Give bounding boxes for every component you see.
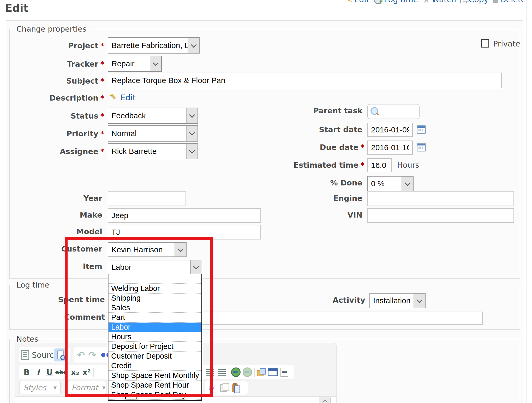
italic-button[interactable]: I	[32, 366, 44, 379]
superscript-button[interactable]: x²	[81, 366, 92, 379]
assignee-select-value: Rick Barrette	[108, 147, 186, 156]
log-time-action[interactable]: Log time	[374, 0, 418, 4]
percent-done-select[interactable]: 0 %	[367, 176, 414, 191]
horizontal-rule-button[interactable]	[279, 366, 290, 379]
tracker-select[interactable]: Repair	[108, 56, 162, 72]
item-option[interactable]: Shipping	[109, 294, 201, 303]
cut-button[interactable]: ✂	[206, 382, 218, 395]
justify-block-button[interactable]	[216, 366, 228, 379]
redo-button[interactable]: ↷	[87, 348, 98, 361]
image-button[interactable]	[256, 366, 267, 379]
undo-button[interactable]: ↶	[75, 348, 87, 361]
image-icon	[257, 368, 266, 376]
chevron-down-icon: ▾	[53, 384, 57, 391]
item-option[interactable]: Credit	[109, 361, 201, 371]
tracker-select-value: Repair	[108, 59, 150, 68]
chevron-down-icon	[150, 56, 161, 71]
cut-icon: ✂	[209, 383, 216, 393]
preview-button[interactable]	[54, 348, 67, 361]
chevron-down-icon	[402, 177, 413, 191]
issue-edit-page: ✎ Edit Log time ★ Watch Copy Delete Edit…	[0, 0, 532, 403]
engine-input[interactable]	[367, 191, 514, 206]
unlink-button[interactable]	[242, 366, 253, 379]
justify-icon	[206, 369, 214, 376]
notes-legend: Notes	[14, 335, 41, 343]
year-label: Year	[0, 194, 104, 203]
engine-label: Engine	[274, 194, 364, 203]
item-option[interactable]: Shop Space Rent Hour	[109, 381, 201, 390]
justify-block-icon	[218, 369, 226, 376]
format-dropdown[interactable]: Format ▾	[67, 381, 106, 394]
chevron-down-icon	[186, 108, 198, 123]
underline-button[interactable]: U	[44, 366, 55, 379]
priority-select[interactable]: Normal	[108, 125, 198, 142]
private-checkbox[interactable]	[481, 39, 489, 48]
project-select[interactable]: Barrette Fabrication, LLC	[108, 37, 200, 54]
model-input[interactable]	[108, 225, 261, 240]
undo-redo-group: ↶ ↷	[74, 347, 113, 363]
item-option[interactable]: Deposit for Project	[109, 342, 201, 352]
subject-input[interactable]	[108, 73, 502, 88]
item-dropdown-list: Welding Labor Shipping Sales Part Labor …	[108, 274, 202, 401]
scrollbar-edge	[526, 0, 527, 403]
strikethrough-button[interactable]: abc	[55, 366, 67, 379]
edit-action[interactable]: ✎ Edit	[346, 0, 369, 4]
bold-button[interactable]: B	[21, 366, 32, 379]
activity-label: Activity	[287, 296, 365, 305]
item-option[interactable]: Shop Space Rent Monthly	[109, 371, 201, 381]
toolbar-separator	[68, 368, 68, 377]
copy-button[interactable]	[218, 382, 229, 395]
justify-button[interactable]	[205, 366, 216, 379]
contextual-actions: ✎ Edit Log time ★ Watch Copy Delete	[346, 0, 526, 5]
clipboard-group: ✂	[205, 381, 248, 395]
superscript-icon: x²	[82, 368, 91, 377]
copy-icon	[460, 0, 467, 3]
due-date-label: Due date*	[274, 143, 364, 152]
year-input[interactable]	[108, 191, 186, 206]
item-option[interactable]: Welding Labor	[109, 284, 201, 294]
calendar-icon[interactable]	[417, 125, 426, 134]
link-button[interactable]	[230, 366, 242, 379]
copy-icon	[220, 384, 227, 392]
private-label: Private	[493, 39, 521, 48]
assignee-select[interactable]: Rick Barrette	[108, 143, 198, 159]
copy-action[interactable]: Copy	[460, 0, 488, 4]
percent-done-select-value: 0 %	[368, 179, 402, 188]
estimated-time-label: Estimated time*	[274, 161, 364, 170]
styles-dropdown[interactable]: Styles ▾	[19, 381, 61, 394]
item-option[interactable]: Hours	[109, 332, 201, 342]
editor-scroll-up-button[interactable]	[319, 398, 331, 403]
activity-select[interactable]: Installation	[369, 293, 426, 308]
strikethrough-icon: abc	[55, 369, 67, 376]
subscript-button[interactable]: x₂	[69, 366, 81, 379]
priority-select-value: Normal	[108, 129, 186, 138]
item-option-selected[interactable]: Labor	[109, 323, 201, 332]
item-option[interactable]: Part	[109, 313, 201, 323]
calendar-icon[interactable]	[417, 143, 426, 151]
status-select[interactable]: Feedback	[108, 108, 198, 124]
due-date-input[interactable]	[367, 141, 413, 155]
item-option[interactable]: Shop Space Rent Day	[109, 390, 201, 400]
customer-select-value: Kevin Harrison	[108, 245, 175, 254]
paste-button[interactable]	[229, 382, 241, 395]
chevron-down-icon	[414, 294, 425, 308]
undo-icon: ↶	[77, 350, 85, 360]
item-option[interactable]: Sales	[109, 303, 201, 313]
table-button[interactable]	[267, 366, 279, 379]
item-option[interactable]	[109, 274, 201, 284]
item-label: Item	[0, 262, 104, 271]
percent-done-label: % Done	[274, 178, 364, 187]
make-input[interactable]	[108, 208, 261, 223]
start-date-input[interactable]	[367, 123, 413, 137]
project-label: Project*	[0, 41, 104, 50]
estimated-time-unit: Hours	[397, 161, 419, 170]
estimated-time-input[interactable]	[367, 158, 392, 172]
trash-icon	[493, 0, 498, 3]
customer-select[interactable]: Kevin Harrison	[108, 242, 187, 257]
item-select[interactable]: Labor	[108, 260, 202, 274]
vin-input[interactable]	[367, 208, 514, 223]
item-option[interactable]: Customer Deposit	[109, 352, 201, 361]
description-edit-link[interactable]: Edit	[121, 93, 136, 102]
delete-action[interactable]: Delete	[493, 0, 526, 4]
watch-action[interactable]: ★ Watch	[422, 0, 456, 5]
